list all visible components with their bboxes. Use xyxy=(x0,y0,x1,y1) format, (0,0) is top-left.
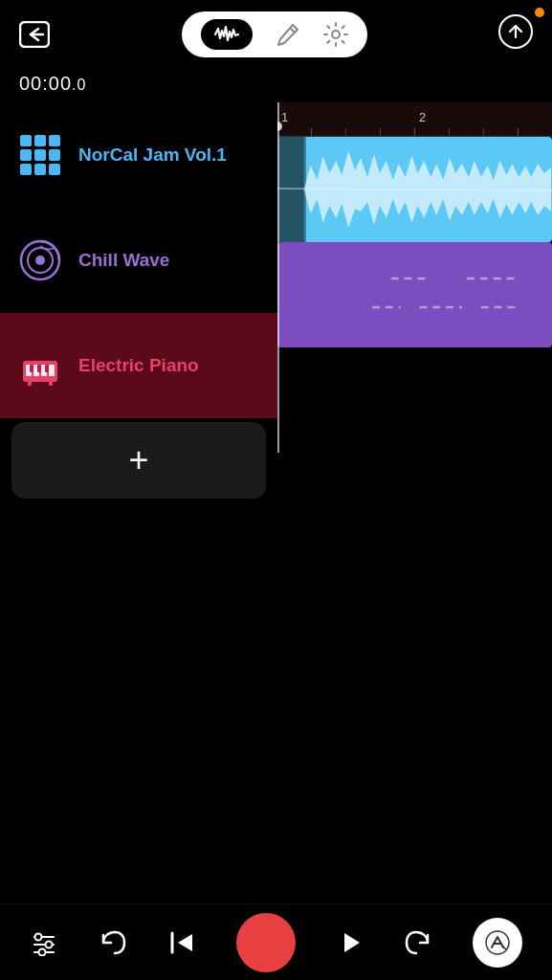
svg-rect-21 xyxy=(30,365,33,372)
upload-button[interactable] xyxy=(498,14,533,55)
timeline-area: 1 2 xyxy=(277,102,552,902)
settings-button[interactable] xyxy=(323,22,348,47)
track-row-electric[interactable]: Electric Piano xyxy=(0,313,277,418)
timer-decimal: .0 xyxy=(72,77,86,93)
track-row-norcal[interactable]: NorCal Jam Vol.1 xyxy=(0,102,277,208)
add-icon: + xyxy=(128,440,148,480)
svg-rect-26 xyxy=(277,137,304,242)
dismiss-icon xyxy=(485,930,510,955)
svg-rect-20 xyxy=(49,365,55,376)
rewind-button[interactable] xyxy=(167,929,196,956)
pen-icon xyxy=(276,22,300,47)
notification-dot xyxy=(535,8,544,17)
redo-button[interactable] xyxy=(404,929,432,956)
pen-tool-button[interactable] xyxy=(276,22,300,47)
track-name-chillwave: Chill Wave xyxy=(78,250,169,271)
upload-icon xyxy=(498,14,533,49)
rewind-icon xyxy=(167,929,196,956)
norcal-waveform xyxy=(277,137,552,242)
header xyxy=(0,0,552,69)
svg-rect-24 xyxy=(28,380,32,386)
track-icon-electric xyxy=(17,343,63,389)
svg-rect-11 xyxy=(34,164,46,175)
vinyl-icon xyxy=(18,238,62,282)
waveform-icon xyxy=(214,25,239,44)
svg-point-2 xyxy=(332,31,340,38)
chillwave-pattern xyxy=(277,242,552,347)
svg-point-15 xyxy=(35,256,45,265)
back-button[interactable] xyxy=(19,21,50,48)
track-list: NorCal Jam Vol.1 Chill Wave xyxy=(0,102,277,902)
dismiss-button[interactable] xyxy=(473,918,522,968)
timer-value: 00:00 xyxy=(19,73,72,94)
track-name-electric: Electric Piano xyxy=(78,355,199,376)
svg-rect-22 xyxy=(37,365,41,372)
redo-icon xyxy=(404,929,432,956)
playhead-line xyxy=(277,102,279,453)
piano-icon xyxy=(18,344,62,388)
timeline-ruler: 1 2 xyxy=(277,102,552,137)
mixer-button[interactable] xyxy=(30,929,58,956)
ruler-mark-1: 1 xyxy=(281,110,288,124)
record-button[interactable] xyxy=(236,913,296,972)
waveform-tool-button[interactable] xyxy=(201,19,253,50)
timer-display: 00:00.0 xyxy=(0,69,552,102)
track-icon-norcal xyxy=(17,132,63,178)
undo-button[interactable] xyxy=(99,929,127,956)
svg-rect-23 xyxy=(45,365,49,372)
svg-rect-7 xyxy=(20,149,32,161)
svg-rect-10 xyxy=(20,164,32,175)
back-icon xyxy=(19,21,50,48)
svg-rect-4 xyxy=(20,135,32,146)
track-name-norcal: NorCal Jam Vol.1 xyxy=(78,145,227,166)
clip-chillwave[interactable] xyxy=(277,242,552,347)
svg-rect-5 xyxy=(34,135,46,146)
bottom-toolbar xyxy=(0,903,552,980)
settings-icon xyxy=(323,22,348,47)
svg-rect-6 xyxy=(49,135,60,146)
clip-electric-empty xyxy=(277,347,552,453)
svg-point-36 xyxy=(35,933,42,940)
track-row-chillwave[interactable]: Chill Wave xyxy=(0,208,277,313)
header-toolbar xyxy=(182,11,367,57)
clip-norcal[interactable] xyxy=(277,137,552,242)
svg-rect-25 xyxy=(49,380,53,386)
mixer-icon xyxy=(30,929,58,956)
svg-rect-9 xyxy=(49,149,60,161)
main-content: NorCal Jam Vol.1 Chill Wave xyxy=(0,102,552,902)
play-button[interactable] xyxy=(337,929,364,956)
play-icon xyxy=(337,929,364,956)
svg-point-38 xyxy=(39,948,46,955)
grid-icon xyxy=(18,133,62,177)
clips-container xyxy=(277,137,552,453)
track-icon-chillwave xyxy=(17,237,63,283)
add-track-button[interactable]: + xyxy=(11,422,266,499)
undo-icon xyxy=(99,929,127,956)
svg-rect-8 xyxy=(34,149,46,161)
ruler-mark-2: 2 xyxy=(419,110,426,124)
record-indicator xyxy=(254,931,277,954)
svg-rect-12 xyxy=(49,164,60,175)
svg-point-37 xyxy=(46,941,53,947)
